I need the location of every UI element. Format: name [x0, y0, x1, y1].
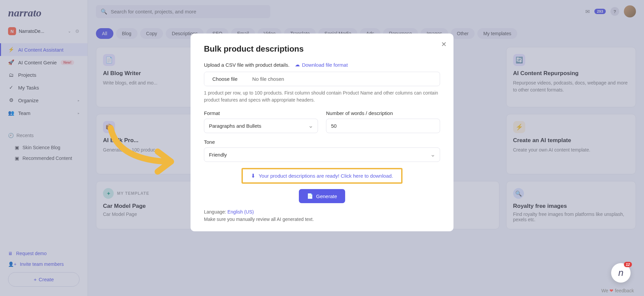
modal-overlay: ✕ Bulk product descriptions Upload a CSV… — [0, 0, 644, 296]
ready-text: Your product descriptions are ready! Cli… — [259, 173, 393, 179]
upload-hint: 1 product per row, up to 100 products. F… — [204, 90, 440, 104]
feedback-link[interactable]: We ❤ feedback — [601, 288, 634, 293]
format-select[interactable]: Paragraphs and Bullets — [204, 119, 318, 133]
words-input[interactable] — [326, 119, 440, 133]
tone-label: Tone — [204, 139, 440, 145]
format-label: Format — [204, 110, 318, 116]
download-ready-banner[interactable]: ⬇ Your product descriptions are ready! C… — [241, 168, 402, 184]
close-button[interactable]: ✕ — [441, 40, 447, 48]
review-note: Make sure you manually review all AI gen… — [204, 217, 440, 222]
modal-title: Bulk product descriptions — [204, 44, 440, 54]
fab-badge: 12 — [624, 262, 632, 267]
choose-file-button[interactable]: Choose file — [204, 72, 246, 86]
file-chosen-text: No file chosen — [246, 72, 291, 86]
download-format-link[interactable]: ☁ Download file format — [295, 62, 348, 68]
fab-letter: n — [618, 268, 624, 278]
bulk-product-modal: ✕ Bulk product descriptions Upload a CSV… — [191, 34, 453, 231]
file-input-row: Choose file No file chosen — [204, 72, 440, 86]
download-icon: ⬇ — [251, 173, 255, 179]
upload-label: Upload a CSV file with product details. — [204, 62, 289, 68]
file-icon: 📄 — [307, 193, 313, 199]
language-row: Language: English (US) — [204, 209, 440, 215]
heart-icon: ❤ — [609, 288, 613, 293]
cloud-download-icon: ☁ — [295, 62, 300, 68]
generate-button[interactable]: 📄 Generate — [299, 189, 345, 203]
chat-fab[interactable]: n 12 — [611, 263, 631, 283]
arrow-annotation — [104, 125, 184, 178]
language-link[interactable]: English (US) — [227, 209, 254, 215]
words-label: Number of words / description — [326, 110, 440, 116]
tone-select[interactable]: Friendly — [204, 147, 440, 162]
